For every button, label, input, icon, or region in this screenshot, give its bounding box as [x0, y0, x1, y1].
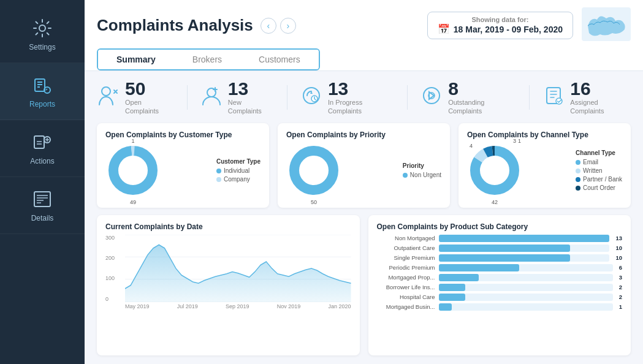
dashboard-content: 50 Open Complaints 13 New Complaints	[85, 71, 643, 364]
priority-donut: 50	[286, 143, 341, 200]
tabs-row: Summary Brokers Customers	[97, 48, 320, 70]
svg-rect-13	[34, 192, 50, 207]
details-icon	[31, 188, 53, 210]
bar-fill	[439, 303, 452, 311]
x-label-jul: Jul 2019	[177, 303, 198, 309]
sidebar: Settings Reports Actions	[0, 0, 85, 364]
kpi-outstanding-number: 8	[448, 80, 517, 98]
svg-point-0	[39, 25, 45, 31]
legend-company-dot	[216, 177, 221, 182]
legend-non-urgent: Non Urgent	[403, 172, 441, 178]
priority-svg	[286, 143, 341, 198]
sidebar-item-actions[interactable]: Actions	[0, 120, 85, 177]
kpi-row: 50 Open Complaints 13 New Complaints	[97, 80, 631, 116]
sidebar-item-settings[interactable]: Settings	[0, 6, 85, 63]
priority-legend: Priority Non Urgent	[403, 162, 441, 180]
sidebar-item-settings-label: Settings	[29, 43, 55, 51]
kpi-assigned-complaints: 16 Assigned Complaints	[542, 80, 631, 116]
bar-row: Outpatient Care 10	[377, 245, 623, 252]
sidebar-item-details-label: Details	[31, 214, 54, 222]
tab-brokers[interactable]: Brokers	[174, 50, 240, 69]
customer-type-top-annotation: 1	[131, 138, 134, 144]
legend-court-order-label: Court Order	[583, 184, 615, 191]
bar-fill	[439, 254, 571, 262]
kpi-inprogress-number: 13	[328, 80, 395, 98]
bar-fill	[439, 274, 479, 281]
bar-value: 6	[619, 264, 622, 271]
channel-type-donut: 4 3 1	[467, 143, 522, 200]
bar-label: Outpatient Care	[377, 245, 435, 251]
svg-line-6	[46, 89, 47, 90]
bar-label: Mortgaged Busin...	[377, 303, 435, 310]
bar-value: 2	[619, 284, 622, 290]
legend-court-order-dot	[576, 186, 580, 191]
sidebar-item-reports[interactable]: Reports	[0, 63, 85, 120]
bar-track	[439, 303, 613, 311]
legend-email-dot	[576, 160, 580, 165]
channel-top-annotation: 3	[513, 138, 516, 144]
nav-prev-button[interactable]: ‹	[261, 18, 276, 34]
x-label-nov: Nov 2019	[277, 303, 301, 309]
legend-court-order: Court Order	[576, 184, 622, 191]
bar-fill	[439, 235, 610, 242]
calendar-icon: 📅	[438, 23, 450, 35]
area-chart-card: Current Complaints by Date 300 200 100 0	[97, 215, 360, 355]
customer-type-chart: Open Complaints by Customer Type 1 49	[97, 123, 269, 208]
bar-fill	[439, 264, 519, 271]
customer-type-legend: Customer Type Individual Company	[216, 158, 261, 184]
x-axis-labels: May 2019 Jul 2019 Sep 2019 Nov 2019 Jan …	[105, 303, 351, 309]
svg-point-19	[102, 87, 110, 96]
channel-top-left-annotation: 4	[470, 143, 473, 149]
bar-value: 10	[615, 245, 622, 251]
kpi-divider-1	[187, 85, 188, 110]
sidebar-item-details[interactable]: Details	[0, 177, 85, 234]
area-chart-svg	[125, 235, 351, 302]
open-complaints-icon	[97, 84, 120, 112]
bar-value: 13	[615, 235, 622, 241]
svg-point-23	[424, 88, 439, 104]
area-chart-plot	[125, 235, 351, 302]
bar-chart-title: Open Complaints by Product Sub Category	[377, 222, 623, 231]
y-label-0: 0	[105, 296, 123, 302]
charts-row: Open Complaints by Customer Type 1 49	[97, 123, 631, 208]
legend-email: Email	[576, 159, 622, 165]
bar-label: Borrower Life Ins...	[377, 284, 435, 290]
bar-value: 10	[615, 254, 622, 261]
svg-point-31	[300, 157, 327, 184]
channel-type-chart: Open Complaints by Channel Type 4 3 1	[458, 123, 631, 208]
tab-customers[interactable]: Customers	[240, 50, 319, 69]
bar-track	[439, 245, 610, 252]
legend-individual: Individual	[216, 167, 261, 174]
kpi-divider-4	[529, 85, 530, 110]
channel-type-svg	[467, 143, 522, 198]
inprogress-complaints-icon	[300, 84, 323, 112]
sidebar-item-actions-label: Actions	[30, 157, 54, 165]
customer-type-bottom-annotation: 49	[130, 199, 136, 205]
tab-summary[interactable]: Summary	[98, 50, 174, 69]
main-content: Complaints Analysis ‹ › Showing data for…	[85, 0, 643, 364]
svg-rect-7	[34, 136, 44, 148]
x-label-sep: Sep 2019	[226, 303, 249, 309]
nav-next-button[interactable]: ›	[280, 18, 296, 34]
channel-legend: Channel Type Email Written Partner / Ban…	[576, 150, 622, 193]
svg-point-29	[120, 157, 146, 184]
bar-row: Hospital Care 2	[377, 294, 623, 301]
kpi-outstanding-complaints: 8 Outstanding Complaints	[420, 80, 517, 116]
channel-legend-title: Channel Type	[576, 150, 622, 156]
kpi-outstanding-label: Outstanding Complaints	[448, 98, 517, 116]
channel-type-title: Open Complaints by Channel Type	[467, 131, 622, 139]
bar-chart-card: Open Complaints by Product Sub Category …	[368, 215, 631, 355]
kpi-new-label: New Complaints	[228, 98, 275, 116]
nav-arrows: ‹ ›	[261, 18, 296, 34]
outstanding-complaints-icon	[420, 84, 443, 112]
customer-type-legend-title: Customer Type	[216, 158, 261, 165]
legend-individual-label: Individual	[224, 167, 249, 174]
date-range-label: Showing data for:	[471, 16, 528, 23]
bar-label: Single Premium	[377, 254, 435, 261]
bar-value: 1	[619, 303, 622, 310]
legend-partner-bank: Partner / Bank	[576, 176, 622, 183]
priority-chart: Open Complaints by Priority 50 Priority	[278, 123, 450, 208]
bar-row: Single Premium 10	[377, 254, 623, 262]
customer-type-donut: 1 49	[105, 143, 161, 200]
bar-row: Borrower Life Ins... 2	[377, 284, 623, 291]
